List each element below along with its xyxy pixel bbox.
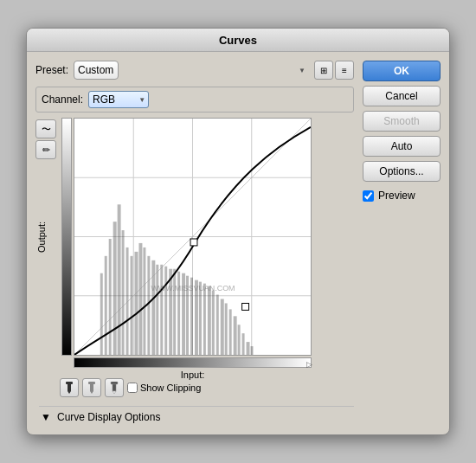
curve-grid-svg: WWW.MISSVUAN.COM bbox=[74, 119, 311, 355]
output-label: Output: bbox=[36, 221, 47, 252]
svg-rect-6 bbox=[100, 273, 103, 355]
left-panel: Preset: Custom ⊞ ≡ Channel: bbox=[35, 61, 354, 428]
svg-rect-37 bbox=[234, 316, 237, 355]
show-clipping-row: Show Clipping bbox=[127, 383, 201, 393]
preset-menu-icon-btn[interactable]: ⊞ bbox=[314, 61, 333, 80]
title-bar: Curves bbox=[27, 29, 449, 52]
show-clipping-checkbox[interactable] bbox=[127, 383, 138, 393]
preset-list-icon: ≡ bbox=[342, 66, 347, 75]
curve-area: 〜 ✏ Output: bbox=[35, 118, 354, 356]
options-button[interactable]: Options... bbox=[363, 161, 441, 182]
svg-rect-10 bbox=[118, 204, 121, 355]
svg-marker-45 bbox=[68, 391, 71, 394]
dialog-body: Preset: Custom ⊞ ≡ Channel: bbox=[27, 52, 449, 434]
show-clipping-label: Show Clipping bbox=[140, 383, 201, 393]
preview-label: Preview bbox=[378, 190, 415, 202]
svg-rect-19 bbox=[156, 265, 158, 355]
svg-rect-9 bbox=[113, 222, 117, 355]
eyedrop-black-btn[interactable] bbox=[60, 378, 79, 397]
preset-row: Preset: Custom ⊞ ≡ bbox=[35, 61, 354, 80]
svg-rect-50 bbox=[113, 384, 116, 391]
smooth-button[interactable]: Smooth bbox=[363, 111, 441, 132]
channel-select[interactable]: RGB Red Green Blue bbox=[88, 91, 149, 108]
preview-row: Preview bbox=[363, 190, 441, 202]
input-label: Input: bbox=[181, 370, 205, 380]
curves-dialog: Curves Preset: Custom ⊞ ≡ bbox=[26, 28, 450, 435]
pencil-tool-btn[interactable]: ✏ bbox=[35, 140, 56, 159]
svg-rect-23 bbox=[173, 269, 176, 355]
svg-rect-30 bbox=[203, 284, 206, 355]
triangle-icon: ▼ bbox=[41, 411, 51, 423]
svg-rect-35 bbox=[225, 303, 228, 355]
curve-tool-icon: 〜 bbox=[42, 123, 51, 136]
ok-button[interactable]: OK bbox=[363, 61, 441, 81]
svg-rect-31 bbox=[208, 286, 211, 355]
control-point-1[interactable] bbox=[190, 239, 197, 246]
preview-checkbox[interactable] bbox=[363, 190, 374, 202]
curve-display-label: Curve Display Options bbox=[57, 411, 160, 423]
svg-rect-21 bbox=[164, 267, 167, 355]
watermark-text: WWW.MISSVUAN.COM bbox=[151, 284, 235, 293]
curve-display-row: ▼ Curve Display Options bbox=[39, 406, 354, 428]
cancel-button[interactable]: Cancel bbox=[363, 86, 441, 106]
histogram bbox=[100, 204, 254, 355]
svg-rect-32 bbox=[212, 291, 215, 355]
svg-rect-22 bbox=[169, 269, 172, 355]
svg-rect-7 bbox=[105, 256, 107, 355]
svg-marker-51 bbox=[113, 391, 116, 394]
svg-rect-40 bbox=[247, 342, 250, 355]
gradient-bar-bottom bbox=[74, 357, 312, 368]
svg-rect-43 bbox=[66, 382, 73, 384]
eyedrop-white-btn[interactable] bbox=[105, 378, 124, 397]
svg-rect-17 bbox=[147, 256, 150, 355]
svg-rect-46 bbox=[88, 382, 95, 384]
gradient-arrow: ▷ bbox=[306, 360, 312, 369]
svg-rect-34 bbox=[221, 299, 224, 355]
svg-rect-14 bbox=[134, 252, 138, 355]
svg-rect-33 bbox=[216, 295, 219, 355]
svg-rect-20 bbox=[160, 265, 163, 355]
dialog-title: Curves bbox=[219, 34, 257, 47]
svg-rect-16 bbox=[143, 248, 145, 355]
curve-display-toggle-btn[interactable]: ▼ bbox=[39, 410, 53, 424]
preset-icons: ⊞ ≡ bbox=[314, 61, 354, 80]
svg-rect-13 bbox=[131, 256, 133, 355]
gradient-bar-left bbox=[61, 118, 72, 356]
curve-wrapper: Output: bbox=[74, 118, 312, 356]
svg-rect-29 bbox=[199, 282, 202, 355]
eyedrop-black-icon bbox=[63, 382, 75, 394]
preset-select[interactable]: Custom bbox=[74, 61, 119, 80]
eyedrop-gray-btn[interactable] bbox=[82, 378, 101, 397]
svg-rect-47 bbox=[90, 384, 93, 391]
pencil-tool-icon: ✏ bbox=[42, 145, 50, 156]
control-point-2[interactable] bbox=[242, 303, 249, 310]
svg-marker-48 bbox=[90, 391, 93, 394]
svg-rect-36 bbox=[229, 309, 232, 355]
channel-label: Channel: bbox=[42, 93, 83, 106]
preset-menu-icon: ⊞ bbox=[320, 66, 327, 75]
svg-rect-38 bbox=[238, 325, 241, 355]
svg-rect-11 bbox=[122, 230, 125, 355]
preset-select-wrapper: Custom bbox=[74, 61, 309, 80]
auto-button[interactable]: Auto bbox=[363, 136, 441, 157]
svg-rect-15 bbox=[138, 243, 142, 355]
curve-tool-btn[interactable]: 〜 bbox=[35, 119, 56, 138]
right-panel: OK Cancel Smooth Auto Options... Preview bbox=[363, 61, 441, 428]
preset-list-icon-btn[interactable]: ≡ bbox=[335, 61, 354, 80]
preset-label: Preset: bbox=[35, 64, 68, 76]
eyedrop-gray-icon bbox=[86, 382, 98, 394]
svg-rect-41 bbox=[251, 346, 254, 355]
svg-rect-44 bbox=[68, 384, 71, 391]
eyedrop-white-icon bbox=[108, 382, 120, 394]
svg-rect-49 bbox=[111, 382, 118, 384]
svg-rect-39 bbox=[242, 333, 245, 355]
svg-rect-8 bbox=[109, 239, 112, 355]
curve-container[interactable]: WWW.MISSVUAN.COM bbox=[74, 118, 312, 356]
channel-select-wrapper: RGB Red Green Blue bbox=[88, 91, 149, 108]
channel-row: Channel: RGB Red Green Blue bbox=[35, 87, 354, 113]
bottom-toolbar: Show Clipping bbox=[60, 378, 354, 397]
